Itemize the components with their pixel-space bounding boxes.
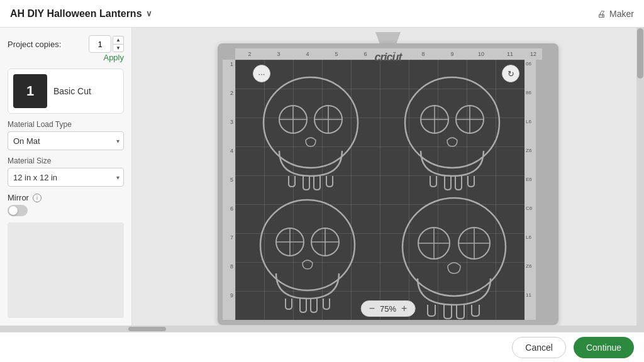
main-content: Project copies: ▲ ▼ Apply 1 Basic Cut Ma… bbox=[0, 28, 644, 326]
material-size-wrapper: 12 in x 12 in 12 in x 24 in ▾ bbox=[8, 168, 124, 187]
copies-input-group: ▲ ▼ bbox=[89, 35, 124, 53]
h-scrollbar-thumb bbox=[128, 327, 166, 331]
header: AH DIY Halloween Lanterns ∨ 🖨 Maker bbox=[0, 0, 644, 28]
skull-bottom-right bbox=[402, 198, 506, 319]
apply-link[interactable]: Apply bbox=[8, 53, 124, 62]
material-load-type-section: Material Load Type On Mat Without Mat ▾ bbox=[8, 120, 124, 150]
zoom-out-button[interactable]: − bbox=[369, 304, 375, 314]
copies-input[interactable] bbox=[89, 35, 111, 53]
scrollbar-thumb bbox=[637, 28, 643, 79]
toggle-knob bbox=[9, 206, 18, 215]
project-copies-section: Project copies: ▲ ▼ Apply bbox=[8, 35, 124, 62]
material-thumbnail: 1 bbox=[13, 74, 47, 108]
mirror-toggle[interactable] bbox=[8, 205, 28, 216]
ruler-left: 1 2 3 4 5 6 7 8 9 bbox=[223, 60, 235, 320]
svg-point-7 bbox=[405, 77, 499, 168]
footer: Cancel Continue bbox=[0, 332, 644, 362]
continue-button[interactable]: Continue bbox=[574, 337, 634, 358]
sidebar: Project copies: ▲ ▼ Apply 1 Basic Cut Ma… bbox=[0, 28, 132, 326]
material-load-type-select[interactable]: On Mat Without Mat bbox=[8, 131, 124, 150]
material-size-section: Material Size 12 in x 12 in 12 in x 24 i… bbox=[8, 156, 124, 187]
mirror-info-icon[interactable]: i bbox=[33, 194, 42, 202]
cancel-button[interactable]: Cancel bbox=[512, 337, 566, 358]
mat-refresh-button[interactable]: ↻ bbox=[502, 65, 519, 82]
copies-spinners: ▲ ▼ bbox=[113, 36, 124, 52]
material-number: 1 bbox=[26, 83, 34, 99]
header-right: 🖨 Maker bbox=[597, 9, 634, 19]
material-load-type-wrapper: On Mat Without Mat ▾ bbox=[8, 131, 124, 150]
printer-icon: 🖨 bbox=[597, 9, 606, 19]
ruler-top: 2 3 4 5 6 7 8 9 10 11 12 bbox=[235, 48, 542, 60]
material-load-type-label: Material Load Type bbox=[8, 120, 124, 129]
svg-point-0 bbox=[264, 77, 358, 168]
zoom-controls: − 75% + bbox=[361, 300, 416, 317]
skulls-svg bbox=[235, 60, 525, 320]
sidebar-spacer bbox=[8, 222, 124, 318]
copies-increment-button[interactable]: ▲ bbox=[113, 36, 124, 44]
mat-outer: cricut 2 3 4 5 6 7 8 9 10 11 12 bbox=[218, 43, 558, 325]
material-size-label: Material Size bbox=[8, 156, 124, 165]
svg-point-14 bbox=[260, 200, 355, 290]
mat-menu-button[interactable]: ··· bbox=[253, 65, 270, 82]
mirror-label: Mirror bbox=[8, 193, 29, 202]
zoom-level: 75% bbox=[380, 304, 396, 314]
vertical-scrollbar[interactable] bbox=[636, 28, 644, 326]
mirror-section: Mirror i bbox=[8, 193, 124, 216]
material-name: Basic Cut bbox=[53, 86, 91, 96]
material-size-select[interactable]: 12 in x 12 in 12 in x 24 in bbox=[8, 168, 124, 187]
top-ruler-row: 2 3 4 5 6 7 8 9 10 11 12 bbox=[235, 48, 553, 60]
skull-bottom-left bbox=[260, 200, 355, 312]
maker-label: Maker bbox=[609, 9, 634, 19]
mat-controls: ··· bbox=[253, 65, 270, 82]
project-title: AH DIY Halloween Lanterns bbox=[10, 8, 142, 19]
copies-decrement-button[interactable]: ▼ bbox=[113, 44, 124, 52]
ruler-top-right-spacer bbox=[542, 48, 553, 60]
skull-top-left bbox=[264, 77, 358, 190]
skull-top-right bbox=[405, 77, 499, 190]
project-copies-label: Project copies: bbox=[8, 40, 61, 49]
header-title-group: AH DIY Halloween Lanterns ∨ bbox=[10, 8, 152, 19]
cutting-mat: ··· ↻ bbox=[235, 60, 525, 320]
mat-body: 1 2 3 4 5 6 7 8 9 ··· bbox=[223, 60, 553, 320]
horizontal-scrollbar[interactable] bbox=[0, 326, 644, 332]
mat-container: cricut 2 3 4 5 6 7 8 9 10 11 12 bbox=[218, 43, 558, 325]
material-card: 1 Basic Cut bbox=[8, 69, 124, 114]
ruler-right: 06 86 L6 Z6 E6 C6 L6 Z6 11 bbox=[525, 60, 536, 320]
canvas-area: cricut 2 3 4 5 6 7 8 9 10 11 12 bbox=[132, 28, 644, 326]
title-chevron-icon[interactable]: ∨ bbox=[146, 9, 152, 18]
zoom-in-button[interactable]: + bbox=[401, 304, 407, 314]
